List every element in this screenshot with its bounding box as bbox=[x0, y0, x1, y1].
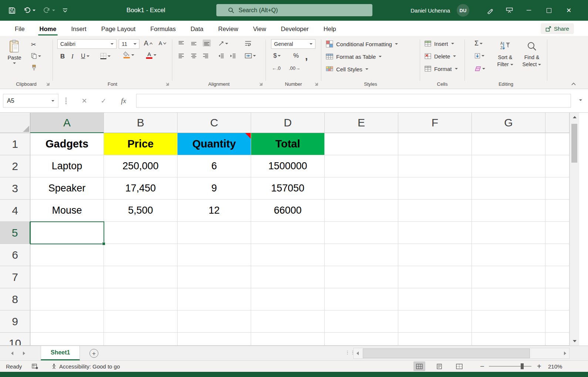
cell-styles-button[interactable]: Cell Styles bbox=[326, 65, 368, 73]
clipboard-dialog-launcher[interactable] bbox=[45, 82, 50, 86]
cell-D2[interactable]: 1500000 bbox=[251, 155, 325, 177]
cell[interactable] bbox=[472, 333, 545, 346]
alignment-dialog-launcher[interactable] bbox=[258, 82, 263, 86]
new-sheet-button[interactable]: + bbox=[89, 349, 98, 358]
autosum-button[interactable]: Σ bbox=[474, 40, 483, 47]
cell-C1[interactable]: Quantity bbox=[178, 133, 251, 155]
accessibility-button[interactable] bbox=[51, 361, 57, 372]
cell-B1[interactable]: Price bbox=[104, 133, 178, 155]
cell[interactable] bbox=[398, 310, 472, 333]
cell[interactable] bbox=[545, 288, 570, 310]
zoom-slider-track[interactable] bbox=[489, 366, 531, 367]
cell-C2[interactable]: 6 bbox=[178, 155, 251, 177]
cell[interactable] bbox=[325, 288, 398, 310]
row-header-10[interactable]: 10 bbox=[0, 333, 30, 346]
merge-center-button[interactable] bbox=[245, 53, 256, 58]
cell-D4[interactable]: 66000 bbox=[251, 200, 325, 222]
ribbon-display-options-button[interactable] bbox=[500, 0, 519, 21]
cell[interactable] bbox=[178, 310, 251, 333]
cell-A1[interactable]: Gadgets bbox=[30, 133, 104, 155]
format-as-table-dropdown-icon[interactable] bbox=[379, 56, 382, 57]
tab-help[interactable]: Help bbox=[316, 22, 344, 36]
autosum-dropdown-icon[interactable] bbox=[480, 43, 483, 44]
increase-indent-button[interactable] bbox=[230, 53, 236, 59]
bold-button[interactable]: B bbox=[60, 53, 65, 60]
cell-G4[interactable] bbox=[472, 200, 545, 222]
tab-view[interactable]: View bbox=[246, 22, 273, 36]
underline-button[interactable]: U bbox=[81, 53, 89, 60]
italic-button[interactable]: I bbox=[71, 53, 74, 60]
align-left-button[interactable] bbox=[178, 53, 184, 59]
row-header-3[interactable]: 3 bbox=[0, 177, 30, 200]
cell-F5[interactable] bbox=[398, 222, 472, 244]
cell-C4[interactable]: 12 bbox=[178, 200, 251, 222]
format-painter-button[interactable] bbox=[31, 65, 37, 71]
cell[interactable] bbox=[251, 266, 325, 288]
col-header-F[interactable]: F bbox=[398, 113, 472, 133]
fill-color-dropdown-icon[interactable] bbox=[131, 54, 134, 56]
row-header-1[interactable]: 1 bbox=[0, 133, 30, 155]
font-color-button[interactable]: A bbox=[146, 51, 156, 59]
scroll-left-icon[interactable] bbox=[354, 351, 362, 355]
cell[interactable] bbox=[472, 266, 545, 288]
cell[interactable] bbox=[178, 244, 251, 266]
cell[interactable] bbox=[472, 310, 545, 333]
horizontal-scrollbar-thumb[interactable] bbox=[363, 349, 530, 358]
col-header-B[interactable]: B bbox=[104, 113, 178, 133]
cell[interactable] bbox=[178, 333, 251, 346]
insert-dropdown-icon[interactable] bbox=[451, 43, 454, 44]
insert-function-button[interactable]: fx bbox=[115, 94, 132, 108]
save-button[interactable] bbox=[8, 7, 16, 14]
bottom-align-button[interactable] bbox=[203, 40, 211, 47]
cancel-button[interactable]: ✕ bbox=[76, 94, 92, 108]
scroll-up-icon[interactable] bbox=[573, 116, 577, 118]
scroll-down-icon[interactable] bbox=[573, 340, 577, 342]
cell-D3[interactable]: 157050 bbox=[251, 177, 325, 200]
orientation-button[interactable] bbox=[218, 41, 228, 46]
cell-A2[interactable]: Laptop bbox=[30, 155, 104, 177]
merge-center-dropdown-icon[interactable] bbox=[253, 55, 256, 57]
font-name-combo[interactable]: Calibri bbox=[57, 39, 116, 49]
horizontal-scrollbar[interactable] bbox=[353, 348, 570, 359]
cell[interactable] bbox=[472, 244, 545, 266]
row-header-8[interactable]: 8 bbox=[0, 288, 30, 310]
enter-button[interactable]: ✓ bbox=[95, 94, 112, 108]
find-select-dropdown-icon[interactable] bbox=[538, 64, 541, 65]
zoom-out-button[interactable]: − bbox=[480, 361, 484, 372]
cell[interactable] bbox=[545, 177, 570, 200]
cell-A4[interactable]: Mouse bbox=[30, 200, 104, 222]
select-all-corner[interactable] bbox=[0, 113, 30, 133]
cell[interactable] bbox=[545, 310, 570, 333]
copy-button[interactable] bbox=[31, 53, 41, 59]
maximize-button[interactable] bbox=[539, 0, 559, 21]
fill-dropdown-icon[interactable] bbox=[481, 55, 484, 57]
underline-dropdown-icon[interactable] bbox=[87, 55, 89, 57]
undo-dropdown-icon[interactable] bbox=[33, 10, 36, 11]
cell[interactable] bbox=[545, 133, 570, 155]
cell[interactable] bbox=[472, 288, 545, 310]
decrease-indent-button[interactable] bbox=[218, 53, 224, 59]
borders-button[interactable] bbox=[100, 53, 111, 59]
cell[interactable] bbox=[251, 333, 325, 346]
tab-page-layout[interactable]: Page Layout bbox=[94, 22, 143, 36]
formula-bar-grip[interactable] bbox=[65, 97, 67, 105]
name-box[interactable]: A5 bbox=[3, 94, 58, 108]
font-name-dropdown-icon[interactable] bbox=[111, 43, 114, 45]
cell-E1[interactable] bbox=[325, 133, 398, 155]
inking-button[interactable] bbox=[480, 0, 500, 21]
redo-button[interactable] bbox=[43, 7, 55, 14]
col-header-E[interactable]: E bbox=[325, 113, 398, 133]
col-header-D[interactable]: D bbox=[251, 113, 325, 133]
cell[interactable] bbox=[545, 333, 570, 346]
cell-A5-selected[interactable] bbox=[30, 222, 104, 244]
top-align-button[interactable] bbox=[178, 41, 184, 46]
redo-dropdown-icon[interactable] bbox=[52, 10, 55, 11]
expand-formula-bar-icon[interactable] bbox=[579, 99, 582, 101]
format-as-table-button[interactable]: Format as Table bbox=[326, 53, 382, 60]
borders-dropdown-icon[interactable] bbox=[108, 55, 111, 57]
fill-handle[interactable] bbox=[102, 242, 105, 245]
cell[interactable] bbox=[325, 244, 398, 266]
tab-file[interactable]: File bbox=[7, 22, 32, 36]
cell[interactable] bbox=[325, 333, 398, 346]
avatar[interactable]: DU bbox=[457, 4, 469, 17]
